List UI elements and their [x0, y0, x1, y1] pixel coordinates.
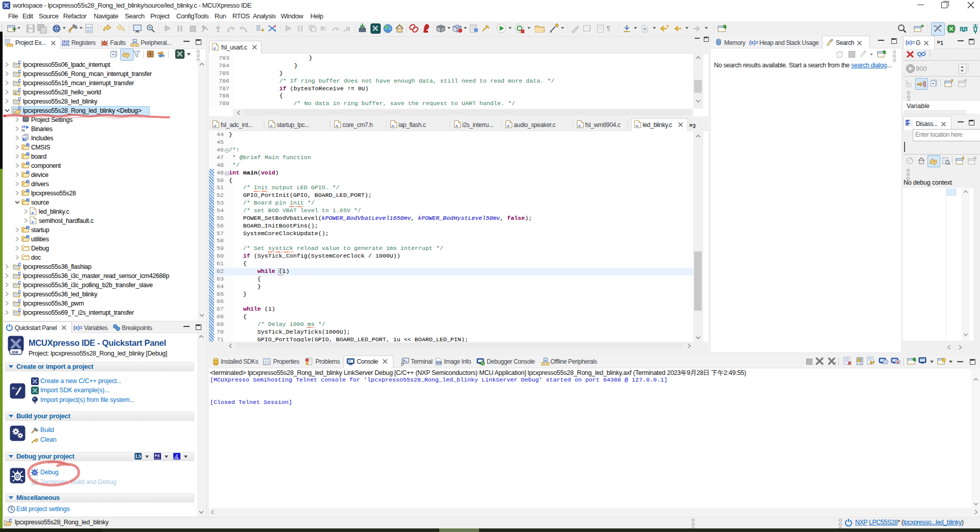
svg-text:S: S [18, 74, 20, 78]
svg-text:C: C [27, 235, 29, 238]
svg-text:.c: .c [455, 123, 458, 128]
svg-text:R: R [346, 26, 350, 32]
svg-text:0101: 0101 [62, 43, 70, 46]
svg-text:.c: .c [31, 211, 34, 215]
svg-text:C: C [9, 518, 12, 523]
svg-text:C: C [27, 162, 29, 165]
svg-text:C: C [18, 271, 21, 276]
svg-text:.c: .c [391, 123, 394, 128]
svg-text:C: C [27, 143, 29, 146]
svg-text:C: C [18, 79, 21, 83]
svg-text:S: S [18, 313, 20, 317]
svg-text:010: 010 [437, 362, 442, 365]
svg-text:S: S [18, 286, 20, 289]
svg-text:S: S [18, 84, 20, 87]
svg-text:C: C [18, 69, 21, 74]
svg-text:C: C [18, 262, 21, 267]
svg-text:.c: .c [31, 220, 34, 224]
svg-text:C: C [18, 106, 21, 111]
svg-text:IDE: IDE [12, 350, 19, 354]
svg-text:.c: .c [635, 123, 639, 128]
svg-text:C: C [18, 60, 21, 65]
svg-text:S: S [18, 276, 20, 280]
svg-text:C: C [18, 97, 21, 102]
svg-text:R: R [321, 26, 325, 32]
svg-text:.c: .c [214, 123, 217, 128]
svg-text:S: S [18, 102, 20, 106]
svg-text:S: S [18, 267, 20, 271]
svg-text:S: S [18, 295, 20, 298]
svg-text:LS: LS [136, 454, 142, 459]
svg-text:E: E [157, 454, 160, 458]
svg-text:S: S [18, 65, 20, 69]
svg-text:C: C [18, 281, 21, 285]
svg-text:C: C [27, 180, 29, 183]
svg-text:101: 101 [86, 29, 92, 33]
svg-text:C: C [18, 88, 21, 92]
svg-text:C: C [27, 189, 29, 192]
svg-text:x=: x= [919, 55, 922, 58]
svg-text:P: P [155, 454, 157, 458]
svg-text:.c: .c [578, 123, 581, 128]
svg-text:C: C [18, 308, 21, 313]
svg-text:C: C [27, 226, 29, 229]
svg-text:S: S [18, 304, 20, 308]
svg-text:C: C [18, 299, 21, 303]
svg-text:.c: .c [270, 123, 273, 128]
svg-text:>-: >- [12, 386, 17, 391]
svg-text:.c: .c [507, 123, 510, 128]
svg-text:S: S [18, 111, 20, 115]
svg-text:.c: .c [213, 46, 216, 50]
svg-text:C: C [27, 171, 29, 174]
svg-text:.c: .c [335, 123, 338, 128]
svg-text:C: C [18, 290, 21, 294]
svg-text:C: C [27, 153, 29, 156]
svg-text:h: h [24, 137, 26, 141]
svg-text:C: C [27, 198, 29, 201]
svg-text:Link: Link [174, 457, 179, 460]
svg-text:S: S [18, 93, 20, 96]
